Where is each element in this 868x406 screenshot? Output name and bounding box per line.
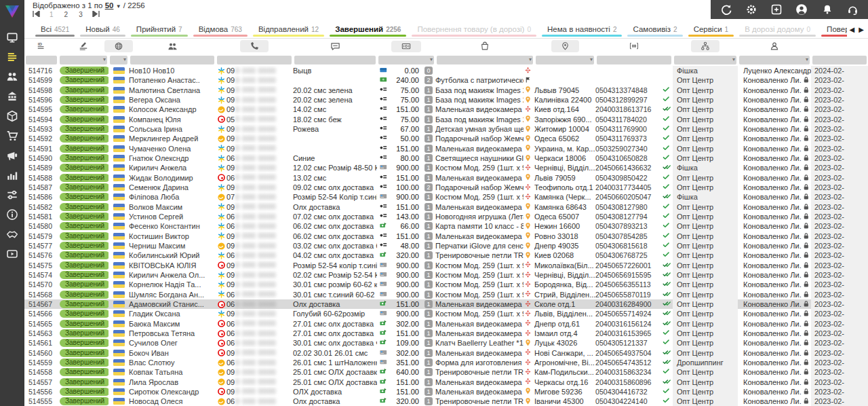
pay-cod-icon[interactable] <box>379 105 389 113</box>
pay-card-icon[interactable] <box>379 280 389 289</box>
status-badge[interactable]: Завершений <box>60 145 108 153</box>
pay-transfer-icon[interactable] <box>379 300 389 308</box>
pay-card-icon[interactable] <box>379 271 389 279</box>
order-row-514596[interactable]: 514596ЗавершенийВегера Оксана090 000 000… <box>24 95 868 105</box>
pay-cod-icon[interactable] <box>379 145 389 153</box>
order-row-514570[interactable]: 514570ЗавершенийКорнелюк Надія Та...090 … <box>24 280 868 289</box>
profile-icon[interactable] <box>795 3 808 16</box>
status-badge[interactable]: Завершений <box>60 222 108 230</box>
filter-dropdown-icon[interactable]: ▾ <box>590 56 593 62</box>
status-badge[interactable]: Завершений <box>60 261 108 270</box>
order-row-514590[interactable]: 514590ЗавершенийГнатюк Олексндр060 000 0… <box>24 153 868 163</box>
status-badge[interactable]: Завершений <box>60 291 108 299</box>
pay-transfer-icon[interactable] <box>379 251 389 259</box>
order-row-514563[interactable]: 514563ЗавершенийПетровська Тетяна060 000… <box>24 329 868 338</box>
status-badge[interactable]: Завершений <box>60 154 108 162</box>
pay-transfer-icon[interactable] <box>379 320 389 328</box>
order-row-514586[interactable]: 514586ЗавершенийФіліпова Люба070 000 000… <box>24 192 868 202</box>
pay-cod-icon[interactable] <box>379 242 389 250</box>
order-row-514560[interactable]: 514560ЗавершенийБокоч Иван090 000 000002… <box>24 348 868 358</box>
order-row-514561[interactable]: 514561ЗавершенийСучилов Олег060 000 0000… <box>24 338 868 348</box>
pay-cod-icon[interactable] <box>379 125 389 133</box>
tab-повернення-товару-в-дорозі-[interactable]: Повернення товару (в дорозі)0 <box>409 20 539 38</box>
pay-cod-icon[interactable] <box>379 174 389 182</box>
order-row-514598[interactable]: 514598ЗавершенийМалютина Светлана090 000… <box>24 86 868 95</box>
order-row-514556[interactable]: 514556ЗавершенийСиротюк Олександр090 000… <box>24 387 868 396</box>
status-badge[interactable]: Завершений <box>60 86 108 94</box>
status-badge[interactable]: Завершений <box>60 67 108 75</box>
last-page-icon[interactable] <box>92 11 100 18</box>
filter-input[interactable] <box>130 56 214 64</box>
status-badge[interactable]: Завершений <box>60 310 108 318</box>
support-icon[interactable] <box>847 4 859 16</box>
tabs-scroll-right-icon[interactable]: ▶ <box>859 26 864 33</box>
column-header-status-column-icon[interactable] <box>58 39 108 54</box>
pay-transfer-icon[interactable] <box>379 368 389 376</box>
pay-transfer-icon[interactable] <box>379 339 389 347</box>
pay-cod-icon[interactable] <box>379 232 389 240</box>
filter-dropdown-icon[interactable]: ▾ <box>806 56 808 62</box>
status-badge[interactable]: Завершений <box>60 388 108 396</box>
status-badge[interactable]: Завершений <box>60 320 108 328</box>
column-header-phone-column-icon[interactable] <box>216 39 293 54</box>
pay-card-icon[interactable] <box>379 291 389 299</box>
tab-нема-в-наявності[interactable]: Нема в наявності2 <box>539 20 625 38</box>
tab-прийнятий[interactable]: Прийнятий7 <box>128 20 191 38</box>
order-row-514594[interactable]: 514594ЗавершенийКомпанец Юля050 000 0000… <box>24 115 868 124</box>
filter-input[interactable]: ▾ <box>536 56 594 64</box>
status-badge[interactable]: Завершений <box>60 183 108 191</box>
pay-bluecard-icon[interactable] <box>379 67 389 75</box>
filter-input[interactable] <box>597 56 671 64</box>
pay-card-icon[interactable] <box>379 358 389 367</box>
status-badge[interactable]: Завершений <box>60 115 108 124</box>
filter-dropdown-icon[interactable]: ▾ <box>103 56 106 62</box>
pay-transfer-icon[interactable] <box>379 388 389 396</box>
status-badge[interactable]: Завершений <box>60 280 108 289</box>
pay-cod-icon[interactable] <box>379 183 389 191</box>
filter-input[interactable] <box>294 56 376 64</box>
order-row-514577[interactable]: 514577ЗавершенийЧерниш Максим090 000 000… <box>24 241 868 251</box>
status-badge[interactable]: Завершений <box>60 125 108 133</box>
order-row-514565[interactable]: 514565ЗавершенийБаюка Максим060 000 0000… <box>24 319 868 329</box>
sidebar-item-dashboard-monitor[interactable] <box>0 27 24 47</box>
filter-input[interactable] <box>812 56 867 64</box>
column-header-clients-column-icon[interactable] <box>129 39 216 54</box>
order-row-514593[interactable]: 514593ЗавершенийСольська Ірина090 000 00… <box>24 124 868 134</box>
order-row-514575[interactable]: 514575ЗавершенийКВІТОВСЬКА ЮЛІЯ090 000 0… <box>24 261 868 270</box>
filter-input[interactable]: ▾ <box>437 56 533 64</box>
pay-cash-icon[interactable] <box>379 76 389 84</box>
pay-transfer-icon[interactable] <box>379 397 389 405</box>
filter-dropdown-icon[interactable]: ▾ <box>430 56 433 62</box>
status-badge[interactable]: Завершений <box>60 164 108 172</box>
column-header-products-column-icon[interactable] <box>435 39 534 54</box>
status-badge[interactable]: Завершений <box>60 193 108 201</box>
tab-самовивіз[interactable]: Самовивіз2 <box>625 20 685 38</box>
tab-відправлений[interactable]: Відправлений12 <box>250 20 327 38</box>
order-row-514716[interactable]: 514716ЗавершенийНов10 Нов10090 000 0000В… <box>24 66 868 75</box>
filter-input[interactable] <box>26 56 57 64</box>
first-page-icon[interactable] <box>33 11 40 18</box>
page-number-3[interactable]: 3 <box>79 11 83 18</box>
order-row-514576[interactable]: 514576ЗавершенийКобилинський Юрий060 000… <box>24 251 868 260</box>
app-logo-icon[interactable] <box>0 0 24 23</box>
pay-cod-icon[interactable] <box>379 86 389 94</box>
status-badge[interactable]: Завершений <box>60 300 108 308</box>
status-badge[interactable]: Завершений <box>60 349 108 357</box>
add-order-icon[interactable] <box>771 4 782 15</box>
status-badge[interactable]: Завершений <box>60 397 108 405</box>
filter-input[interactable] <box>217 56 292 64</box>
order-row-514595[interactable]: 514595ЗавершенийКолосок Александр090 000… <box>24 105 868 114</box>
sidebar-item-video-tutorials[interactable] <box>0 244 24 263</box>
order-row-514559[interactable]: 514559ЗавершенийВлас Слотюу060 000 00002… <box>24 358 868 367</box>
status-badge[interactable]: Завершений <box>60 213 108 221</box>
sidebar-item-marketing-megaphone[interactable] <box>0 145 24 165</box>
status-badge[interactable]: Завершений <box>60 96 108 104</box>
pay-transfer-icon[interactable] <box>379 329 389 337</box>
order-row-514579[interactable]: 514579ЗавершенийКостишин Виктор090 000 0… <box>24 232 868 241</box>
column-header-date[interactable] <box>811 39 868 54</box>
pay-card-icon[interactable] <box>379 349 389 357</box>
notifications-icon[interactable] <box>822 4 833 15</box>
status-badge[interactable]: Завершений <box>60 339 108 347</box>
tab-в-дорозі-додому[interactable]: В дорозі додому0 <box>736 20 818 38</box>
order-row-514588[interactable]: 514588ЗавершенийЖидак Володимир060 000 0… <box>24 173 868 183</box>
